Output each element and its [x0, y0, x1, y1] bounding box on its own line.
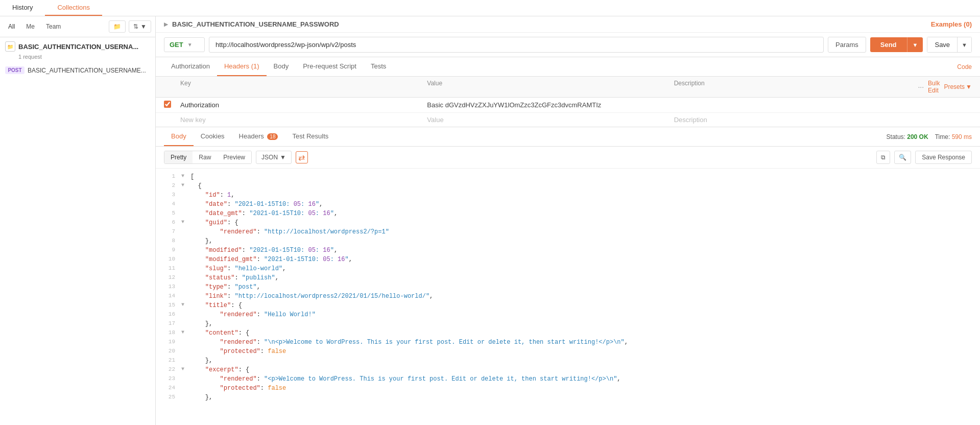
sidebar-filter-team[interactable]: Team — [42, 21, 65, 32]
header-checkbox-0[interactable] — [164, 101, 180, 109]
method-select[interactable]: GET ▼ — [164, 37, 205, 52]
line-toggle-icon — [181, 385, 188, 393]
code-line: 4 "date": "2021-01-15T10: 05: 16", — [156, 200, 980, 209]
bulk-edit-button[interactable]: Bulk Edit — [928, 80, 940, 94]
send-button[interactable]: Send — [870, 37, 907, 52]
sidebar-item-post[interactable]: POST BASIC_AUTHENTICATION_USERNAME... — [0, 64, 155, 77]
sidebar-collection: 📁 BASIC_AUTHENTICATION_USERNA... 1 reque… — [0, 37, 155, 64]
line-toggle-icon — [181, 339, 188, 347]
col-desc-header: Description — [674, 80, 921, 94]
new-folder-button[interactable]: 📁 — [109, 20, 126, 33]
format-preview-button[interactable]: Preview — [217, 151, 251, 163]
line-toggle-icon — [181, 375, 188, 384]
line-toggle-icon — [181, 293, 188, 301]
request-bar: GET ▼ Params Send ▼ Save ▼ — [156, 33, 980, 57]
copy-button[interactable]: ⧉ — [876, 151, 890, 164]
sidebar-filter-me[interactable]: Me — [22, 21, 39, 32]
line-number: 18 — [156, 329, 181, 338]
header-row-new: New key Value Description — [156, 113, 980, 127]
header-value-0: Basic dGVzdHVzZXJuYW1lOmZzc3ZcGFzc3dvcmR… — [427, 101, 674, 109]
new-header-key[interactable]: New key — [180, 116, 427, 124]
code-line: 16 "rendered": "Hello World!" — [156, 311, 980, 320]
code-line: 11 "slug": "hello-world", — [156, 265, 980, 274]
line-toggle-icon[interactable]: ▼ — [181, 366, 188, 374]
search-button[interactable]: 🔍 — [894, 151, 911, 164]
res-tab-test-results[interactable]: Test Results — [285, 127, 336, 146]
line-toggle-icon — [181, 320, 188, 328]
tab-headers[interactable]: Headers (1) — [217, 57, 267, 76]
line-content: "id": 1, — [188, 192, 980, 200]
collection-header[interactable]: 📁 BASIC_AUTHENTICATION_USERNA... — [5, 41, 150, 52]
code-link[interactable]: Code — [957, 63, 972, 70]
new-header-desc[interactable]: Description — [674, 116, 921, 124]
format-pretty-button[interactable]: Pretty — [164, 151, 193, 163]
json-format-select[interactable]: JSON ▼ — [256, 151, 292, 164]
tab-pre-request[interactable]: Pre-request Script — [296, 57, 364, 76]
header-check-input-0[interactable] — [164, 101, 171, 108]
examples-button[interactable]: Examples (0) — [931, 20, 972, 28]
code-line: 18▼ "content": { — [156, 329, 980, 338]
json-format-chevron-icon: ▼ — [280, 154, 286, 161]
line-toggle-icon — [181, 394, 188, 402]
line-number: 1 — [156, 173, 181, 181]
format-raw-button[interactable]: Raw — [193, 151, 217, 163]
line-number: 24 — [156, 385, 181, 393]
headers-table: Key Value Description ··· Bulk Edit Pres… — [156, 77, 980, 127]
headers-table-header: Key Value Description ··· Bulk Edit Pres… — [156, 77, 980, 98]
line-toggle-icon[interactable]: ▼ — [181, 182, 188, 191]
tab-body[interactable]: Body — [267, 57, 296, 76]
res-tab-body[interactable]: Body — [164, 127, 194, 146]
line-toggle-icon[interactable]: ▼ — [181, 302, 188, 310]
res-tab-cookies[interactable]: Cookies — [194, 127, 232, 146]
line-toggle-icon — [181, 201, 188, 209]
sidebar-toolbar: All Me Team 📁 ⇅ ▼ — [0, 16, 155, 37]
tab-history[interactable]: History — [0, 0, 45, 16]
main-layout: All Me Team 📁 ⇅ ▼ 📁 BASIC_AUTHENTICATION… — [0, 16, 980, 425]
code-line: 20 "protected": false — [156, 347, 980, 357]
sidebar: All Me Team 📁 ⇅ ▼ 📁 BASIC_AUTHENTICATION… — [0, 16, 156, 425]
line-content: "rendered": "http://localhost/wordpress2… — [188, 228, 980, 237]
line-number: 2 — [156, 182, 181, 191]
tab-tests[interactable]: Tests — [364, 57, 393, 76]
line-number: 13 — [156, 284, 181, 292]
wrap-icon-button[interactable]: ⇄ — [296, 151, 308, 163]
line-toggle-icon[interactable]: ▼ — [181, 329, 188, 338]
status-label: Status: — [887, 133, 905, 140]
tab-collections[interactable]: Collections — [45, 0, 102, 16]
more-options-button[interactable]: ··· — [918, 83, 924, 91]
headers-badge: 18 — [267, 133, 278, 140]
sort-icon: ⇅ — [133, 23, 138, 30]
line-content: [ — [188, 173, 980, 181]
send-dropdown-button[interactable]: ▼ — [907, 37, 923, 52]
code-line: 5 "date_gmt": "2021-01-15T10: 05: 16", — [156, 209, 980, 219]
sort-chevron: ▼ — [140, 23, 147, 30]
save-button[interactable]: Save — [927, 37, 958, 53]
line-toggle-icon[interactable]: ▼ — [181, 219, 188, 227]
line-toggle-icon — [181, 348, 188, 356]
line-number: 23 — [156, 375, 181, 384]
sort-button[interactable]: ⇅ ▼ — [129, 20, 151, 33]
url-input[interactable] — [209, 37, 824, 53]
sidebar-filter-all[interactable]: All — [4, 21, 19, 32]
header-row-0: Authorization Basic dGVzdHVzZXJuYW1lOmZz… — [156, 98, 980, 113]
code-viewer: 1▼[2▼ {3 "id": 1,4 "date": "2021-01-15T1… — [156, 169, 980, 425]
presets-chevron-icon: ▼ — [966, 83, 972, 90]
line-content: "modified_gmt": "2021-01-15T10: 05: 16", — [188, 256, 980, 264]
code-line: 24 "protected": false — [156, 384, 980, 393]
code-line: 17 }, — [156, 320, 980, 329]
line-content: "date": "2021-01-15T10: 05: 16", — [188, 201, 980, 209]
tab-authorization[interactable]: Authorization — [164, 57, 217, 76]
line-toggle-icon — [181, 284, 188, 292]
collection-meta: 1 request — [5, 54, 150, 60]
line-toggle-icon[interactable]: ▼ — [181, 173, 188, 181]
presets-button[interactable]: Presets ▼ — [944, 83, 972, 90]
params-button[interactable]: Params — [828, 37, 866, 53]
line-content: "protected": false — [188, 348, 980, 356]
res-tab-headers[interactable]: Headers 18 — [232, 127, 285, 146]
save-dropdown-button[interactable]: ▼ — [958, 37, 972, 53]
line-content: "title": { — [188, 302, 980, 310]
save-response-button[interactable]: Save Response — [915, 151, 972, 164]
line-number: 17 — [156, 320, 181, 328]
new-header-value[interactable]: Value — [427, 116, 674, 124]
collection-icon: 📁 — [5, 41, 15, 52]
